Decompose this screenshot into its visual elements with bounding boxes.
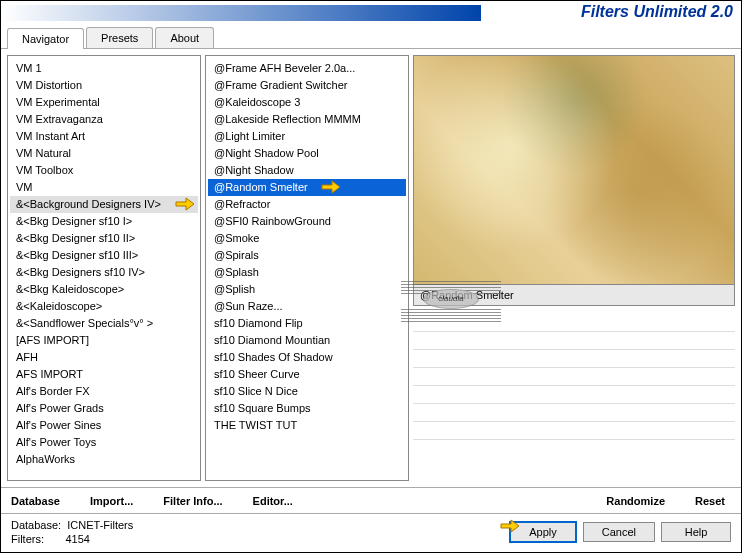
category-item[interactable]: AFH — [10, 349, 198, 366]
status-info: Database: ICNET-Filters Filters: 4154 — [11, 518, 503, 546]
param-row — [413, 314, 735, 332]
reset-button[interactable]: Reset — [695, 495, 725, 507]
category-item[interactable]: &<Bkg Designer sf10 II> — [10, 230, 198, 247]
filters-label: Filters: — [11, 533, 44, 545]
category-item[interactable]: Alf's Border FX — [10, 383, 198, 400]
db-value: ICNET-Filters — [67, 519, 133, 531]
filter-item[interactable]: @Random Smelter — [208, 179, 406, 196]
filter-item[interactable]: sf10 Shades Of Shadow — [208, 349, 406, 366]
filter-item[interactable]: @Splish — [208, 281, 406, 298]
param-row — [413, 404, 735, 422]
app-title: Filters Unlimited 2.0 — [581, 3, 733, 21]
parameter-area — [413, 314, 735, 481]
database-button[interactable]: Database — [11, 495, 60, 507]
status-row: Database: ICNET-Filters Filters: 4154 Ap… — [1, 513, 741, 549]
filter-item[interactable]: sf10 Sheer Curve — [208, 366, 406, 383]
category-item[interactable]: [AFS IMPORT] — [10, 332, 198, 349]
category-item[interactable]: VM — [10, 179, 198, 196]
filter-item[interactable]: @Night Shadow Pool — [208, 145, 406, 162]
filter-item[interactable]: @Spirals — [208, 247, 406, 264]
category-item[interactable]: AFS IMPORT — [10, 366, 198, 383]
help-button[interactable]: Help — [661, 522, 731, 542]
filter-item[interactable]: @Kaleidoscope 3 — [208, 94, 406, 111]
tab-presets[interactable]: Presets — [86, 27, 153, 48]
pointer-icon — [318, 177, 342, 195]
category-item[interactable]: VM Natural — [10, 145, 198, 162]
param-row — [413, 422, 735, 440]
filter-item[interactable]: sf10 Diamond Mountian — [208, 332, 406, 349]
category-item[interactable]: VM Experimental — [10, 94, 198, 111]
filter-item[interactable]: @Night Shadow — [208, 162, 406, 179]
category-item[interactable]: AlphaWorks — [10, 451, 198, 468]
param-row — [413, 386, 735, 404]
category-item[interactable]: &<Kaleidoscope> — [10, 298, 198, 315]
pointer-icon — [497, 516, 521, 534]
filter-list[interactable]: @Frame AFH Beveler 2.0a...@Frame Gradien… — [205, 55, 409, 481]
cancel-button[interactable]: Cancel — [583, 522, 655, 542]
filter-item[interactable]: sf10 Diamond Flip — [208, 315, 406, 332]
param-row — [413, 368, 735, 386]
db-label: Database: — [11, 519, 61, 531]
category-item[interactable]: Alf's Power Toys — [10, 434, 198, 451]
param-row — [413, 332, 735, 350]
category-list[interactable]: VM 1VM DistortionVM ExperimentalVM Extra… — [7, 55, 201, 481]
filter-item[interactable]: THE TWIST TUT — [208, 417, 406, 434]
filter-item[interactable]: @Light Limiter — [208, 128, 406, 145]
toolbar-row: Database Import... Filter Info... Editor… — [1, 487, 741, 513]
editor-button[interactable]: Editor... — [253, 495, 293, 507]
category-item[interactable]: VM Distortion — [10, 77, 198, 94]
title-stripe — [1, 5, 481, 21]
import-button[interactable]: Import... — [90, 495, 133, 507]
filter-item[interactable]: @Smoke — [208, 230, 406, 247]
category-item[interactable]: VM Instant Art — [10, 128, 198, 145]
filter-item[interactable]: @Splash — [208, 264, 406, 281]
filter-item[interactable]: @SFI0 RainbowGround — [208, 213, 406, 230]
tab-strip: Navigator Presets About — [1, 27, 741, 49]
category-item[interactable]: VM 1 — [10, 60, 198, 77]
tab-navigator[interactable]: Navigator — [7, 28, 84, 49]
filter-item[interactable]: @Refractor — [208, 196, 406, 213]
filter-info-button[interactable]: Filter Info... — [163, 495, 222, 507]
category-item[interactable]: &<Background Designers IV> — [10, 196, 198, 213]
preview-panel: @Random Smelter — [413, 55, 735, 481]
category-item[interactable]: &<Bkg Kaleidoscope> — [10, 281, 198, 298]
filter-item[interactable]: @Frame AFH Beveler 2.0a... — [208, 60, 406, 77]
category-item[interactable]: &<Bkg Designers sf10 IV> — [10, 264, 198, 281]
category-item[interactable]: Alf's Power Sines — [10, 417, 198, 434]
category-item[interactable]: &<Bkg Designer sf10 III> — [10, 247, 198, 264]
category-item[interactable]: VM Toolbox — [10, 162, 198, 179]
filter-item[interactable]: @Frame Gradient Switcher — [208, 77, 406, 94]
selected-filter-label: @Random Smelter — [413, 285, 735, 306]
category-item[interactable]: &<Bkg Designer sf10 I> — [10, 213, 198, 230]
category-item[interactable]: Alf's Power Grads — [10, 400, 198, 417]
tab-about[interactable]: About — [155, 27, 214, 48]
category-item[interactable]: VM Extravaganza — [10, 111, 198, 128]
title-bar: Filters Unlimited 2.0 — [1, 1, 741, 25]
filter-item[interactable]: sf10 Square Bumps — [208, 400, 406, 417]
category-item[interactable]: &<Sandflower Specials°v° > — [10, 315, 198, 332]
filter-item[interactable]: @Sun Raze... — [208, 298, 406, 315]
filters-count: 4154 — [65, 533, 89, 545]
pointer-icon — [172, 194, 196, 212]
preview-image — [413, 55, 735, 285]
main-area: VM 1VM DistortionVM ExperimentalVM Extra… — [1, 49, 741, 487]
randomize-button[interactable]: Randomize — [606, 495, 665, 507]
param-row — [413, 350, 735, 368]
filter-item[interactable]: @Lakeside Reflection MMMM — [208, 111, 406, 128]
filter-item[interactable]: sf10 Slice N Dice — [208, 383, 406, 400]
